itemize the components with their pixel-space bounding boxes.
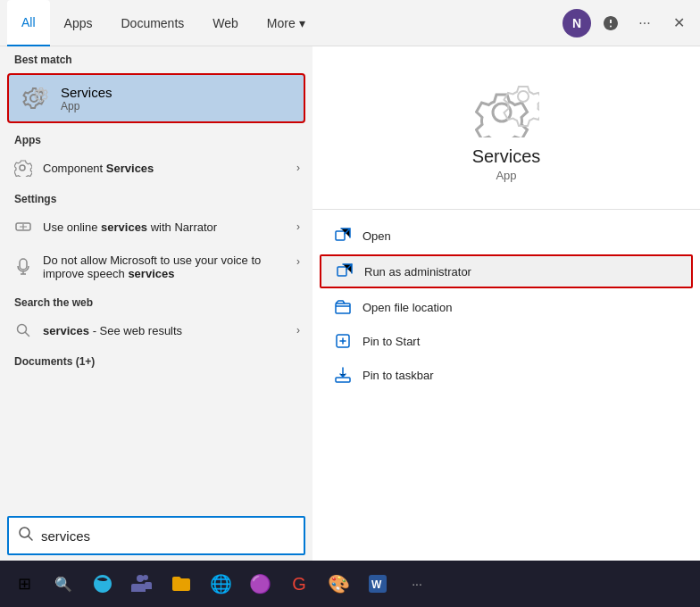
services-large-icon — [475, 82, 538, 136]
chevron-right-icon: › — [296, 162, 300, 174]
app-preview-name: Services — [472, 146, 541, 167]
best-match-subtitle: App — [61, 100, 112, 112]
pin-to-start-label: Pin to Start — [362, 335, 420, 348]
start-button[interactable]: ⊞ — [5, 565, 43, 603]
tab-more[interactable]: More ▾ — [253, 0, 320, 46]
speech-chevron-icon: › — [296, 255, 300, 268]
search-bar[interactable] — [7, 516, 305, 555]
svg-point-7 — [518, 91, 529, 102]
pin-to-taskbar-action[interactable]: Pin to taskbar — [312, 358, 700, 392]
web-chevron-icon: › — [296, 324, 300, 337]
speech-icon — [12, 255, 34, 277]
svg-rect-8 — [336, 231, 345, 240]
more-apps-icon[interactable]: ··· — [398, 565, 436, 603]
narrator-icon — [12, 216, 34, 237]
speech-services-item[interactable]: Do not allow Microsoft to use your voice… — [0, 245, 312, 289]
word-icon[interactable]: W — [359, 565, 396, 603]
narrator-chevron-icon: › — [296, 220, 300, 233]
web-search-text: services - See web results — [43, 324, 288, 337]
svg-text:W: W — [371, 578, 382, 591]
app-preview: Services App — [312, 46, 700, 210]
open-icon — [334, 227, 352, 245]
tab-apps[interactable]: Apps — [50, 0, 107, 46]
slack-icon[interactable]: 🟣 — [241, 565, 279, 603]
explorer-icon[interactable] — [162, 565, 200, 603]
open-label: Open — [362, 229, 391, 243]
svg-point-2 — [20, 165, 25, 170]
run-as-admin-icon — [336, 262, 354, 280]
action-list: Open Run as administrator Open file loca… — [312, 210, 700, 401]
best-match-item[interactable]: Services App — [7, 73, 305, 123]
chrome-icon[interactable]: 🌐 — [202, 565, 239, 603]
pin-to-taskbar-label: Pin to taskbar — [362, 369, 434, 382]
speech-text: Do not allow Microsoft to use your voice… — [43, 254, 288, 280]
svg-rect-10 — [336, 304, 350, 313]
svg-point-5 — [20, 528, 29, 537]
best-match-title: Services — [61, 85, 112, 100]
run-as-admin-action[interactable]: Run as administrator — [320, 254, 693, 288]
pin-to-start-action[interactable]: Pin to Start — [312, 324, 700, 358]
svg-rect-12 — [336, 378, 350, 382]
web-section-label: Search the web — [0, 289, 312, 312]
teams-icon[interactable] — [123, 565, 161, 603]
app-preview-type: App — [496, 169, 516, 182]
search-taskbar[interactable]: 🔍 — [45, 565, 82, 603]
tab-documents[interactable]: Documents — [106, 0, 198, 46]
best-match-section-label: Best match — [0, 46, 312, 70]
narrator-text: Use online services with Narrator — [43, 220, 288, 234]
pin-to-start-icon — [334, 332, 352, 350]
component-services-item[interactable]: Component Services › — [0, 150, 312, 186]
narrator-services-item[interactable]: Use online services with Narrator › — [0, 209, 312, 245]
services-app-icon — [21, 84, 50, 112]
web-search-item[interactable]: services - See web results › — [0, 312, 312, 348]
svg-rect-9 — [338, 267, 346, 276]
open-file-location-icon — [334, 298, 352, 316]
feedback-icon[interactable] — [596, 9, 625, 37]
run-as-admin-label: Run as administrator — [364, 265, 471, 279]
search-bar-icon — [18, 526, 34, 545]
taskbar: ⊞ 🔍 🌐 🟣 G 🎨 W ··· — [0, 561, 700, 607]
settings-section-label: Settings — [0, 186, 312, 209]
web-search-icon — [12, 320, 34, 341]
paint-icon[interactable]: 🎨 — [320, 565, 357, 603]
component-services-icon — [12, 157, 34, 179]
component-services-text: Component Services — [43, 162, 288, 175]
avatar[interactable]: N — [562, 9, 591, 37]
search-input[interactable] — [41, 528, 295, 544]
tab-web[interactable]: Web — [198, 0, 253, 46]
google-icon[interactable]: G — [280, 565, 318, 603]
open-file-location-action[interactable]: Open file location — [312, 290, 700, 324]
pin-to-taskbar-icon — [334, 366, 352, 384]
documents-section-label: Documents (1+) — [0, 348, 312, 371]
open-file-location-label: Open file location — [362, 301, 452, 314]
close-icon[interactable]: ✕ — [664, 9, 693, 37]
open-action[interactable]: Open — [312, 219, 700, 253]
more-icon[interactable]: ··· — [630, 9, 659, 37]
tab-all[interactable]: All — [7, 0, 50, 46]
apps-section-label: Apps — [0, 127, 312, 150]
edge-icon[interactable] — [84, 565, 121, 603]
